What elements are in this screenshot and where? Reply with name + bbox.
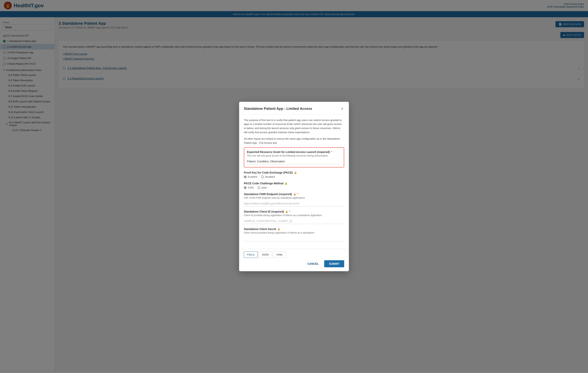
expected-resource-grant-desc: The user will only grant access to the f… bbox=[247, 154, 341, 157]
pkce-code-challenge-label: PKCE Code Challenge Method 🔒 bbox=[244, 182, 344, 185]
pkce-enabled-option[interactable]: Enabled bbox=[244, 175, 257, 178]
pkce-plain-option[interactable]: plain bbox=[258, 186, 267, 189]
client-secret-lock-icon: 🔒 bbox=[277, 228, 280, 230]
modal-title: Standalone Patient App - Limited Access bbox=[244, 107, 312, 111]
client-id-input[interactable] bbox=[244, 218, 344, 224]
tab-json[interactable]: JSON bbox=[259, 251, 272, 258]
modal-dialog: Standalone Patient App - Limited Access … bbox=[239, 102, 349, 271]
pkce-disabled-option[interactable]: Disabled bbox=[261, 175, 275, 178]
client-secret-input[interactable] bbox=[244, 236, 344, 241]
modal-header: Standalone Patient App - Limited Access … bbox=[239, 102, 349, 114]
modal-footer: CANCEL SUBMIT bbox=[239, 258, 349, 271]
modal-overlay: Standalone Patient App - Limited Access … bbox=[0, 0, 588, 373]
pkce-disabled-radio[interactable] bbox=[261, 176, 264, 178]
modal-close-button[interactable]: × bbox=[340, 106, 344, 112]
pkce-lock-icon: 🔒 bbox=[294, 171, 297, 174]
pkce-code-challenge-field: PKCE Code Challenge Method 🔒 S256 plain bbox=[244, 182, 344, 189]
pkce-enabled-radio[interactable] bbox=[244, 176, 247, 178]
client-secret-desc: Client Secret provided during registrati… bbox=[244, 231, 344, 234]
modal-body: The purpose of this test is to verify th… bbox=[239, 114, 349, 249]
modal-description-2: All other inputs are locked to ensure th… bbox=[244, 137, 344, 145]
tab-field[interactable]: FIELD bbox=[244, 251, 258, 258]
pkce-plain-radio[interactable] bbox=[258, 186, 260, 189]
fhir-endpoint-desc: URL of the FHIR endpoint used by standal… bbox=[244, 196, 344, 199]
fhir-endpoint-lock-icon: 🔒 bbox=[293, 193, 296, 195]
pkce-s256-option[interactable]: S256 bbox=[244, 186, 254, 189]
client-secret-label: Standalone Client Secret 🔒 bbox=[244, 227, 344, 231]
submit-button[interactable]: SUBMIT bbox=[324, 260, 344, 267]
expected-resource-grant-field: Expected Resource Grant for Limited Acce… bbox=[244, 147, 344, 168]
modal-tab-bar: FIELD JSON YAML bbox=[239, 249, 349, 258]
pkce-label: Proof Key for Code Exchange (PKCE) 🔒 bbox=[244, 171, 344, 174]
modal-description-1: The purpose of this test is to verify th… bbox=[244, 118, 344, 135]
client-secret-field: Standalone Client Secret 🔒 Client Secret… bbox=[244, 227, 344, 241]
fhir-endpoint-input[interactable] bbox=[244, 201, 344, 206]
client-id-desc: Client ID provided during registration o… bbox=[244, 214, 344, 217]
tab-yaml[interactable]: YAML bbox=[273, 251, 286, 258]
expected-resource-grant-input[interactable] bbox=[247, 159, 341, 164]
pkce-radio-group: Enabled Disabled bbox=[244, 175, 344, 178]
client-id-field: Standalone Client ID (required) 🔒 * Clie… bbox=[244, 210, 344, 224]
pkce-code-challenge-lock-icon: 🔒 bbox=[284, 182, 288, 185]
client-id-label: Standalone Client ID (required) 🔒 * bbox=[244, 210, 344, 213]
fhir-endpoint-field: Standalone FHIR Endpoint (required) 🔒 * … bbox=[244, 192, 344, 206]
client-id-lock-icon: 🔒 bbox=[285, 210, 288, 213]
pkce-field: Proof Key for Code Exchange (PKCE) 🔒 Ena… bbox=[244, 171, 344, 178]
expected-resource-grant-label: Expected Resource Grant for Limited Acce… bbox=[247, 150, 341, 154]
cancel-button[interactable]: CANCEL bbox=[304, 261, 322, 267]
pkce-s256-radio[interactable] bbox=[244, 186, 247, 189]
fhir-endpoint-label: Standalone FHIR Endpoint (required) 🔒 * bbox=[244, 192, 344, 196]
pkce-method-radio-group: S256 plain bbox=[244, 186, 344, 189]
